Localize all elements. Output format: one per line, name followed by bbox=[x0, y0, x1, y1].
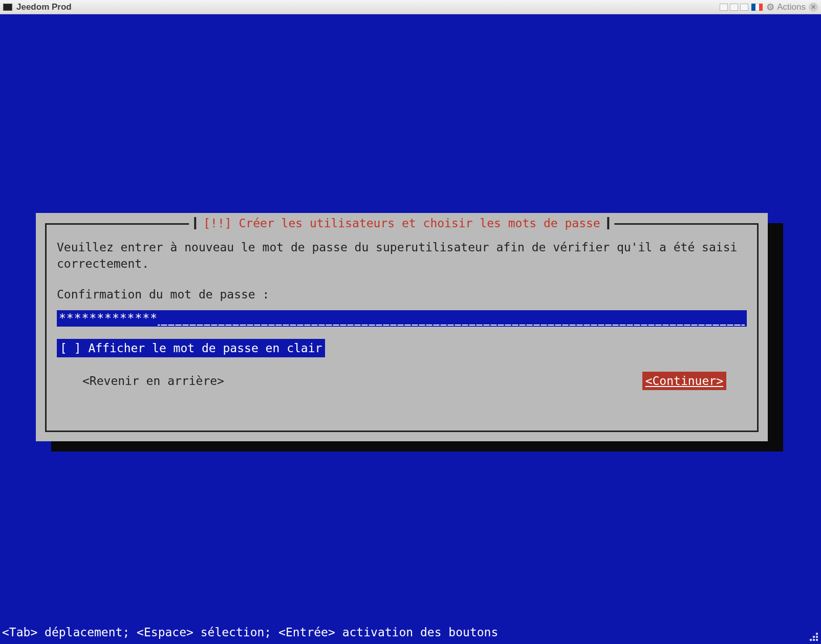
actions-menu[interactable]: Actions bbox=[777, 2, 806, 12]
window-control-box-2[interactable] bbox=[730, 4, 738, 11]
keyboard-hint: <Tab> déplacement; <Espace> sélection; <… bbox=[0, 626, 821, 639]
dialog-title-wrap: [!!] Créer les utilisateurs et choisir l… bbox=[189, 217, 614, 230]
password-value: ************* bbox=[59, 310, 158, 326]
title-bar-right-icon bbox=[608, 217, 610, 229]
window-title: Jeedom Prod bbox=[16, 2, 72, 12]
window-control-box-3[interactable] bbox=[740, 4, 748, 11]
flag-france-icon bbox=[751, 4, 763, 11]
checkbox-marker: [ ] bbox=[60, 341, 81, 355]
console-area: [!!] Créer les utilisateurs et choisir l… bbox=[0, 14, 821, 644]
dialog-title: [!!] Créer les utilisateurs et choisir l… bbox=[203, 217, 600, 230]
dialog-body: Veuillez entrer à nouveau le mot de pass… bbox=[47, 225, 757, 396]
back-button[interactable]: <Revenir en arrière> bbox=[82, 373, 224, 389]
show-password-checkbox[interactable]: [ ] Afficher le mot de passe en clair bbox=[57, 339, 325, 357]
continue-button[interactable]: <Continuer> bbox=[642, 372, 726, 390]
password-input[interactable]: ************* bbox=[57, 310, 747, 327]
close-icon[interactable]: ✕ bbox=[809, 3, 818, 12]
resize-grip-icon[interactable] bbox=[809, 632, 818, 641]
password-underline bbox=[158, 314, 745, 326]
password-field-label: Confirmation du mot de passe : bbox=[57, 286, 747, 303]
dialog-prompt: Veuillez entrer à nouveau le mot de pass… bbox=[57, 239, 747, 272]
window-control-box-1[interactable] bbox=[720, 4, 728, 11]
app-icon bbox=[3, 4, 12, 11]
window-titlebar: Jeedom Prod ⚙ Actions ✕ bbox=[0, 0, 821, 14]
gear-icon[interactable]: ⚙ bbox=[766, 3, 775, 12]
title-bar-left-icon bbox=[194, 217, 196, 229]
dialog-button-row: <Revenir en arrière> <Continuer> bbox=[57, 372, 747, 390]
installer-dialog: [!!] Créer les utilisateurs et choisir l… bbox=[36, 213, 768, 441]
dialog-border: [!!] Créer les utilisateurs et choisir l… bbox=[45, 223, 759, 432]
checkbox-label: Afficher le mot de passe en clair bbox=[88, 341, 322, 355]
